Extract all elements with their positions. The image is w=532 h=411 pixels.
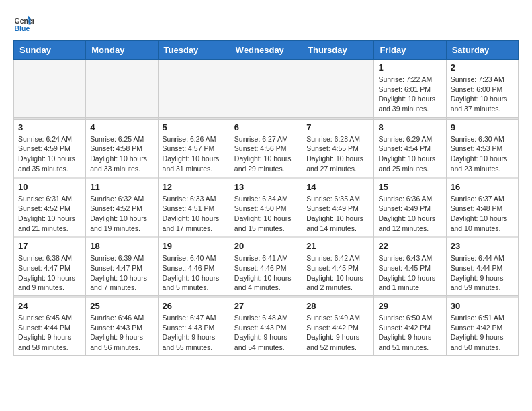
calendar-cell: 7Sunrise: 6:28 AMSunset: 4:55 PMDaylight… <box>302 119 374 177</box>
calendar-cell: 28Sunrise: 6:49 AMSunset: 4:42 PMDayligh… <box>302 298 374 356</box>
day-info: Sunrise: 6:48 AMSunset: 4:43 PMDaylight:… <box>234 313 298 353</box>
calendar-week-5: 24Sunrise: 6:45 AMSunset: 4:44 PMDayligh… <box>14 298 519 356</box>
day-number: 2 <box>451 62 514 73</box>
calendar-cell: 15Sunrise: 6:36 AMSunset: 4:49 PMDayligh… <box>374 179 446 236</box>
day-number: 15 <box>378 182 441 192</box>
day-info: Sunrise: 6:25 AMSunset: 4:58 PMDaylight:… <box>90 134 153 174</box>
calendar-cell: 1Sunrise: 7:22 AMSunset: 6:01 PMDaylight… <box>374 60 446 118</box>
day-info: Sunrise: 6:41 AMSunset: 4:46 PMDaylight:… <box>234 253 298 293</box>
day-number: 5 <box>163 122 226 132</box>
day-info: Sunrise: 6:49 AMSunset: 4:42 PMDaylight:… <box>306 313 369 353</box>
calendar-cell <box>302 60 374 118</box>
day-number: 14 <box>306 182 369 192</box>
calendar-cell: 9Sunrise: 6:30 AMSunset: 4:53 PMDaylight… <box>446 119 518 177</box>
day-info: Sunrise: 6:44 AMSunset: 4:44 PMDaylight:… <box>451 253 514 293</box>
calendar-cell: 14Sunrise: 6:35 AMSunset: 4:49 PMDayligh… <box>302 179 374 236</box>
calendar-cell: 17Sunrise: 6:38 AMSunset: 4:47 PMDayligh… <box>14 238 86 296</box>
day-info: Sunrise: 6:39 AMSunset: 4:47 PMDaylight:… <box>90 253 153 293</box>
day-info: Sunrise: 6:28 AMSunset: 4:55 PMDaylight:… <box>306 134 369 174</box>
day-number: 30 <box>451 301 514 311</box>
calendar-week-3: 10Sunrise: 6:31 AMSunset: 4:52 PMDayligh… <box>14 179 519 236</box>
logo: General Blue <box>13 13 36 34</box>
calendar-cell: 5Sunrise: 6:26 AMSunset: 4:57 PMDaylight… <box>158 119 230 177</box>
day-number: 28 <box>306 301 369 311</box>
day-info: Sunrise: 6:50 AMSunset: 4:42 PMDaylight:… <box>378 313 441 353</box>
calendar-cell: 12Sunrise: 6:33 AMSunset: 4:51 PMDayligh… <box>158 179 230 236</box>
day-number: 19 <box>163 241 226 251</box>
day-info: Sunrise: 7:22 AMSunset: 6:01 PMDaylight:… <box>378 75 441 114</box>
calendar-week-4: 17Sunrise: 6:38 AMSunset: 4:47 PMDayligh… <box>14 238 519 296</box>
day-info: Sunrise: 6:51 AMSunset: 4:42 PMDaylight:… <box>451 313 514 353</box>
calendar-cell: 10Sunrise: 6:31 AMSunset: 4:52 PMDayligh… <box>14 179 86 236</box>
day-number: 27 <box>234 301 298 311</box>
day-info: Sunrise: 6:34 AMSunset: 4:50 PMDaylight:… <box>234 194 298 234</box>
calendar-cell <box>86 60 158 118</box>
day-number: 17 <box>18 241 81 251</box>
day-info: Sunrise: 6:43 AMSunset: 4:45 PMDaylight:… <box>378 253 441 293</box>
day-number: 24 <box>18 301 81 311</box>
day-number: 16 <box>451 182 514 192</box>
day-number: 21 <box>306 241 369 251</box>
calendar-cell: 8Sunrise: 6:29 AMSunset: 4:54 PMDaylight… <box>374 119 446 177</box>
day-number: 20 <box>234 241 298 251</box>
weekday-header-tuesday: Tuesday <box>158 41 230 60</box>
day-number: 26 <box>163 301 226 311</box>
calendar-cell: 21Sunrise: 6:42 AMSunset: 4:45 PMDayligh… <box>302 238 374 296</box>
day-number: 18 <box>90 241 153 251</box>
calendar-cell <box>230 60 302 118</box>
day-number: 12 <box>163 182 226 192</box>
calendar-cell: 30Sunrise: 6:51 AMSunset: 4:42 PMDayligh… <box>446 298 518 356</box>
day-info: Sunrise: 6:35 AMSunset: 4:49 PMDaylight:… <box>306 194 369 234</box>
calendar-cell: 29Sunrise: 6:50 AMSunset: 4:42 PMDayligh… <box>374 298 446 356</box>
calendar-header-row: SundayMondayTuesdayWednesdayThursdayFrid… <box>14 41 519 60</box>
calendar-cell: 25Sunrise: 6:46 AMSunset: 4:43 PMDayligh… <box>86 298 158 356</box>
day-number: 1 <box>378 62 441 73</box>
day-number: 10 <box>18 182 81 192</box>
calendar-cell: 26Sunrise: 6:47 AMSunset: 4:43 PMDayligh… <box>158 298 230 356</box>
calendar-cell: 24Sunrise: 6:45 AMSunset: 4:44 PMDayligh… <box>14 298 86 356</box>
calendar-cell: 4Sunrise: 6:25 AMSunset: 4:58 PMDaylight… <box>86 119 158 177</box>
day-info: Sunrise: 6:38 AMSunset: 4:47 PMDaylight:… <box>18 253 81 293</box>
weekday-header-thursday: Thursday <box>302 41 374 60</box>
day-info: Sunrise: 6:29 AMSunset: 4:54 PMDaylight:… <box>378 134 441 174</box>
day-number: 7 <box>306 122 369 132</box>
calendar-cell: 11Sunrise: 6:32 AMSunset: 4:52 PMDayligh… <box>86 179 158 236</box>
day-number: 4 <box>90 122 153 132</box>
calendar-cell: 3Sunrise: 6:24 AMSunset: 4:59 PMDaylight… <box>14 119 86 177</box>
day-info: Sunrise: 6:36 AMSunset: 4:49 PMDaylight:… <box>378 194 441 234</box>
day-info: Sunrise: 6:30 AMSunset: 4:53 PMDaylight:… <box>451 134 514 174</box>
calendar-cell: 19Sunrise: 6:40 AMSunset: 4:46 PMDayligh… <box>158 238 230 296</box>
day-info: Sunrise: 6:27 AMSunset: 4:56 PMDaylight:… <box>234 134 298 174</box>
calendar-week-1: 1Sunrise: 7:22 AMSunset: 6:01 PMDaylight… <box>14 60 519 118</box>
calendar-cell: 27Sunrise: 6:48 AMSunset: 4:43 PMDayligh… <box>230 298 302 356</box>
day-number: 8 <box>378 122 441 132</box>
day-info: Sunrise: 6:33 AMSunset: 4:51 PMDaylight:… <box>163 194 226 234</box>
day-info: Sunrise: 6:42 AMSunset: 4:45 PMDaylight:… <box>306 253 369 293</box>
day-number: 9 <box>451 122 514 132</box>
weekday-header-wednesday: Wednesday <box>230 41 302 60</box>
calendar-cell: 20Sunrise: 6:41 AMSunset: 4:46 PMDayligh… <box>230 238 302 296</box>
day-number: 29 <box>378 301 441 311</box>
day-info: Sunrise: 6:45 AMSunset: 4:44 PMDaylight:… <box>18 313 81 353</box>
header: General Blue <box>13 13 519 34</box>
day-info: Sunrise: 6:47 AMSunset: 4:43 PMDaylight:… <box>163 313 226 353</box>
svg-text:Blue: Blue <box>15 24 30 32</box>
day-number: 11 <box>90 182 153 192</box>
day-info: Sunrise: 6:31 AMSunset: 4:52 PMDaylight:… <box>18 194 81 234</box>
day-info: Sunrise: 6:37 AMSunset: 4:48 PMDaylight:… <box>451 194 514 234</box>
calendar-cell <box>158 60 230 118</box>
logo-icon: General Blue <box>13 13 34 34</box>
weekday-header-saturday: Saturday <box>446 41 518 60</box>
day-number: 3 <box>18 122 81 132</box>
calendar-cell <box>14 60 86 118</box>
calendar-cell: 13Sunrise: 6:34 AMSunset: 4:50 PMDayligh… <box>230 179 302 236</box>
calendar-cell: 2Sunrise: 7:23 AMSunset: 6:00 PMDaylight… <box>446 60 518 118</box>
calendar-cell: 18Sunrise: 6:39 AMSunset: 4:47 PMDayligh… <box>86 238 158 296</box>
day-number: 23 <box>451 241 514 251</box>
day-info: Sunrise: 6:46 AMSunset: 4:43 PMDaylight:… <box>90 313 153 353</box>
day-number: 6 <box>234 122 298 132</box>
day-number: 22 <box>378 241 441 251</box>
day-info: Sunrise: 6:26 AMSunset: 4:57 PMDaylight:… <box>163 134 226 174</box>
weekday-header-sunday: Sunday <box>14 41 86 60</box>
calendar-week-2: 3Sunrise: 6:24 AMSunset: 4:59 PMDaylight… <box>14 119 519 177</box>
